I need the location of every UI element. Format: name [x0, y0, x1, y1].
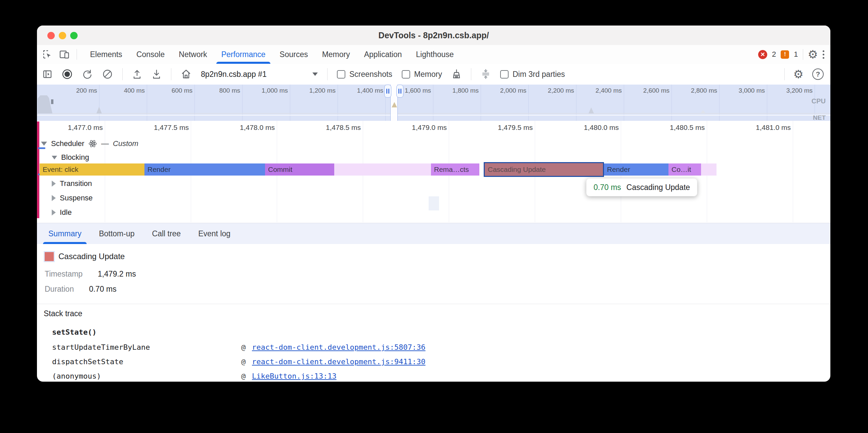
track-scheduler[interactable]: Scheduler — Custom: [41, 139, 138, 148]
flame-bar-commit[interactable]: Commit: [265, 163, 334, 175]
error-badge-icon[interactable]: ✕: [758, 50, 767, 59]
warning-badge-icon[interactable]: !: [781, 51, 789, 59]
summary-row-timestamp: Timestamp1,479.2 ms: [45, 269, 136, 279]
tab-console[interactable]: Console: [129, 45, 172, 64]
tab-elements[interactable]: Elements: [83, 45, 129, 64]
activity-marker: [96, 107, 102, 113]
device-toolbar-icon[interactable]: [59, 49, 70, 59]
event-tooltip: 0.70 ms Cascading Update: [586, 178, 698, 196]
zoom-window-button[interactable]: [70, 32, 78, 39]
minimize-window-button[interactable]: [59, 32, 66, 39]
tab-lighthouse[interactable]: Lighthouse: [409, 45, 461, 64]
details-tab-bottom-up[interactable]: Bottom-up: [90, 223, 143, 244]
divider: [784, 68, 785, 80]
error-count[interactable]: 2: [772, 50, 776, 59]
expand-arrow-icon[interactable]: [52, 156, 57, 160]
at-symbol: @: [241, 372, 246, 380]
divider: [327, 68, 328, 80]
details-tab-summary[interactable]: Summary: [40, 223, 90, 244]
history-selector[interactable]: 8p2n9n.csb.app #1: [201, 70, 318, 79]
flame-bar-event-click[interactable]: Event: click: [40, 163, 145, 175]
ruler-tick-label: 1,477.5 ms: [128, 124, 189, 132]
overview-tick-label: 1,800 ms: [434, 87, 479, 94]
tab-memory[interactable]: Memory: [315, 45, 357, 64]
stack-frame-source-link[interactable]: react-dom-client.development.js:9411:30: [252, 358, 426, 366]
dim-3rd-parties-checkbox[interactable]: Dim 3rd parties: [500, 70, 565, 79]
collapse-arrow-icon[interactable]: [52, 195, 56, 201]
stack-frame-source-link[interactable]: react-dom-client.development.js:5807:36: [252, 343, 426, 352]
flame-bar-cascading-update[interactable]: Cascading Update: [484, 162, 604, 177]
chevron-down-icon: [312, 72, 318, 76]
checkbox-box[interactable]: [500, 70, 508, 78]
overview-tick-label: 400 ms: [100, 87, 145, 94]
summary-row-label: Timestamp: [45, 269, 83, 279]
idle-track-label: Idle: [60, 208, 71, 217]
upload-profile-icon[interactable]: [132, 69, 142, 79]
tab-network[interactable]: Network: [172, 45, 214, 64]
help-icon[interactable]: ?: [812, 68, 824, 80]
checkbox-box[interactable]: [337, 70, 345, 78]
tab-application[interactable]: Application: [357, 45, 409, 64]
collapse-arrow-icon[interactable]: [52, 180, 56, 187]
tab-performance[interactable]: Performance: [214, 45, 273, 64]
timeline-overview[interactable]: 200 ms400 ms600 ms800 ms1,000 ms1,200 ms…: [37, 85, 830, 121]
flame-bar-light[interactable]: [701, 163, 716, 175]
window-title: DevTools - 8p2n9n.csb.app/: [37, 26, 830, 45]
stack-frame: dispatchSetState@react-dom-client.develo…: [52, 358, 824, 372]
ruler-tick-label: 1,478.0 ms: [214, 124, 275, 132]
selection-right-handle[interactable]: [396, 85, 403, 98]
overview-tick-label: 3,200 ms: [768, 87, 813, 94]
stack-trace-origin: setState(): [52, 328, 96, 336]
at-symbol: @: [241, 343, 246, 352]
stack-frame-source-link[interactable]: LikeButton.js:13:13: [252, 372, 337, 380]
capture-settings-gear-icon[interactable]: ⚙: [794, 68, 804, 80]
track-transition[interactable]: Transition: [52, 179, 92, 188]
flame-bar-light[interactable]: [334, 163, 431, 175]
overview-tick-label: 2,800 ms: [672, 87, 717, 94]
track-suspense[interactable]: Suspense: [52, 194, 93, 202]
expand-arrow-icon[interactable]: [41, 142, 47, 146]
screenshots-label: Screenshots: [349, 70, 392, 79]
home-icon[interactable]: [181, 69, 191, 79]
toggle-sidebar-icon[interactable]: [42, 69, 53, 79]
ruler-tick-label: 1,477.0 ms: [42, 124, 103, 132]
flame-bar-render[interactable]: Render: [604, 163, 669, 175]
history-selector-value: 8p2n9n.csb.app #1: [201, 70, 267, 79]
divider: [171, 68, 171, 80]
memory-checkbox[interactable]: Memory: [402, 70, 442, 79]
close-window-button[interactable]: [48, 32, 55, 39]
track-idle[interactable]: Idle: [52, 208, 71, 217]
reload-record-icon[interactable]: [82, 69, 93, 79]
inspect-element-icon[interactable]: [42, 49, 53, 59]
flame-bar-co-it[interactable]: Co…it: [669, 163, 701, 175]
cpu-baseline: [37, 113, 830, 114]
overview-tick-label: 1,200 ms: [290, 87, 336, 94]
more-options-icon[interactable]: [823, 51, 824, 59]
download-profile-icon[interactable]: [152, 69, 162, 79]
collect-garbage-icon[interactable]: [452, 69, 462, 79]
details-tab-call-tree[interactable]: Call tree: [144, 223, 190, 244]
flame-bar-rema-cts[interactable]: Rema…cts: [431, 163, 479, 175]
summary-row-value: 0.70 ms: [89, 284, 117, 294]
dash-separator: —: [101, 139, 109, 148]
shortcut-dim-icon[interactable]: [481, 68, 491, 80]
tab-sources[interactable]: Sources: [272, 45, 315, 64]
record-icon[interactable]: [62, 69, 72, 79]
clear-recording-icon[interactable]: [102, 69, 113, 79]
screenshots-checkbox[interactable]: Screenshots: [337, 70, 392, 79]
details-tab-event-log[interactable]: Event log: [189, 223, 239, 244]
stack-frame: startUpdateTimerByLane@react-dom-client.…: [52, 343, 824, 358]
selection-left-handle[interactable]: [384, 85, 391, 98]
tooltip-duration: 0.70 ms: [594, 183, 621, 192]
warning-count[interactable]: 1: [794, 50, 798, 59]
collapse-arrow-icon[interactable]: [52, 209, 56, 215]
cpu-lane-label: CPU: [812, 97, 826, 105]
flame-bar-render[interactable]: Render: [145, 163, 265, 175]
overview-tick-label: 1,000 ms: [243, 87, 288, 94]
net-lane-label: NET: [813, 114, 826, 121]
overview-tick-label: 2,600 ms: [624, 87, 670, 94]
track-blocking[interactable]: Blocking: [52, 153, 89, 162]
settings-gear-icon[interactable]: ⚙: [808, 49, 818, 60]
checkbox-box[interactable]: [402, 70, 410, 78]
selection-marker: [392, 102, 397, 107]
